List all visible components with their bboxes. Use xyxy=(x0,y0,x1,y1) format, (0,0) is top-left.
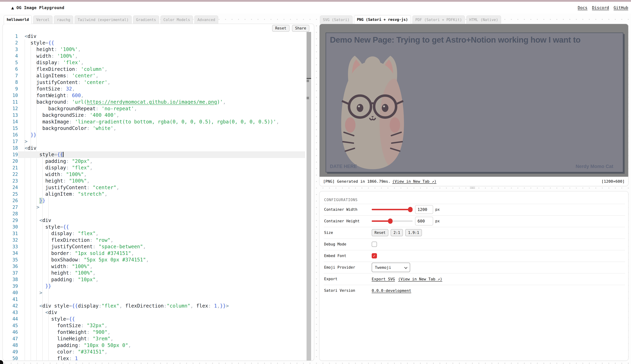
code-text: flexDirection: 'column', xyxy=(25,66,107,72)
tab-png-satori-resvg-js[interactable]: PNG (Satori + resvg-js) xyxy=(354,15,411,24)
header-link-docs[interactable]: Docs xyxy=(578,6,587,10)
code-line[interactable]: 41 xyxy=(3,296,314,303)
code-line[interactable]: 39 }} xyxy=(3,283,314,290)
line-number: 41 xyxy=(3,297,18,302)
configurations-panel: CONFIGURATIONS Container Width px Contai… xyxy=(319,191,628,361)
code-line[interactable]: 1<div xyxy=(3,33,314,40)
container-height-input[interactable] xyxy=(415,217,433,226)
size-button-2-1[interactable]: 2:1 xyxy=(391,229,403,236)
line-number: 29 xyxy=(3,218,18,223)
og-title: Demo New Page: Trying to get Astro+Notio… xyxy=(330,35,619,44)
code-line[interactable]: 35 boxShadow: "5px 5px 0px #374151", xyxy=(3,256,314,263)
editor-scrollbar[interactable] xyxy=(307,32,311,360)
view-in-new-tab-link[interactable]: (View in New Tab ↗) xyxy=(392,179,437,184)
code-line[interactable]: 49 color: "#374151", xyxy=(3,348,314,355)
code-line[interactable]: 24 justifyContent: "center", xyxy=(3,184,314,191)
code-line[interactable]: 37 height: "100%", xyxy=(3,270,314,276)
code-line[interactable]: 19 style={{ xyxy=(3,151,314,158)
code-line[interactable]: 8 justifyContent: 'center', xyxy=(3,79,314,86)
code-line[interactable]: 47 lineHeight: "3rem", xyxy=(3,336,314,342)
code-line[interactable]: 34 border: "1px solid #374151", xyxy=(3,250,314,257)
code-line[interactable]: 45 fontSize: "32px", xyxy=(3,322,314,329)
tab-pdf-satori-pdfkit[interactable]: PDF (Satori + PDFKit) xyxy=(412,16,465,24)
code-line[interactable]: 25 alignItem: "stretch", xyxy=(3,191,314,198)
tab-gradients[interactable]: Gradients xyxy=(133,16,159,24)
line-number: 17 xyxy=(3,139,18,144)
code-line[interactable]: 2 style={{ xyxy=(3,40,314,46)
code-line[interactable]: 9 fontSize: 32, xyxy=(3,86,314,92)
code-line[interactable]: 42 <div style={{display:"flex", flexDire… xyxy=(3,303,314,309)
container-height-slider[interactable] xyxy=(372,218,412,224)
code-line[interactable]: 16 }} xyxy=(3,132,314,138)
width-unit-label: px xyxy=(435,208,440,212)
code-line[interactable]: 14 maskImage: 'linear-gradient(to bottom… xyxy=(3,118,314,125)
code-line[interactable]: 30 style={{ xyxy=(3,224,314,230)
container-width-input[interactable] xyxy=(415,205,433,214)
code-line[interactable]: 32 flexDirection: "row", xyxy=(3,237,314,244)
code-line[interactable]: 21 display: "flex", xyxy=(3,164,314,171)
code-line[interactable]: 40 > xyxy=(3,290,314,296)
reset-button[interactable]: Reset xyxy=(272,25,290,32)
header-link-discord[interactable]: Discord xyxy=(592,6,609,10)
tab-svg-satori[interactable]: SVG (Satori) xyxy=(320,16,353,24)
code-line[interactable]: 10 fontWeight: 600, xyxy=(3,92,314,99)
code-line[interactable]: 43 <div xyxy=(3,309,314,316)
export-svg-link[interactable]: Export SVG xyxy=(372,277,395,281)
code-line[interactable]: 50 flex: 1 xyxy=(3,355,314,361)
emoji-provider-select[interactable]: Twemoji xyxy=(372,263,410,272)
code-line[interactable]: 38 padding: "10px", xyxy=(3,276,314,283)
code-text: lineHeight: "3rem", xyxy=(25,336,113,342)
code-line[interactable]: 5 display: 'flex', xyxy=(3,59,314,66)
export-view-in-new-tab-link[interactable]: (View in New Tab ↗) xyxy=(398,277,442,281)
code-line[interactable]: 28 xyxy=(3,210,314,217)
size-button-1-9-1[interactable]: 1.9:1 xyxy=(405,229,422,236)
code-line[interactable]: 48 padding: "10px 0 50px 0", xyxy=(3,342,314,349)
code-line[interactable]: 15 backgroundColor: 'white', xyxy=(3,125,314,132)
code-line[interactable]: 6 flexDirection: 'column', xyxy=(3,66,314,72)
line-number: 7 xyxy=(3,73,18,78)
code-line[interactable]: 3 height: '100%', xyxy=(3,46,314,53)
code-area[interactable]: 1<div2 style={{3 height: '100%',4 width:… xyxy=(3,33,314,361)
code-line[interactable]: 23 height: "100%", xyxy=(3,178,314,184)
code-line[interactable]: 22 width: "100%", xyxy=(3,171,314,178)
code-line[interactable]: 26 }} xyxy=(3,198,314,204)
panel-resize-handle[interactable] xyxy=(470,187,475,189)
code-line[interactable]: 17> xyxy=(3,138,314,145)
satori-version-link[interactable]: 0.0.0-development xyxy=(372,288,411,293)
tab-tailwind-experimental[interactable]: Tailwind (experimental) xyxy=(75,16,132,24)
scrollbar-thumb[interactable] xyxy=(307,32,311,78)
tab-color-models[interactable]: Color Models xyxy=(160,16,193,24)
tab-rauchg[interactable]: rauchg xyxy=(54,16,73,24)
code-line[interactable]: 29 <div xyxy=(3,217,314,224)
code-line[interactable]: 12 backgroundRepeat: 'no-repeat', xyxy=(3,106,314,112)
code-line[interactable]: 4 width: '100%', xyxy=(3,53,314,60)
code-text: backgroundColor: 'white', xyxy=(25,125,116,132)
header-link-github[interactable]: GitHub xyxy=(614,6,628,10)
slider-thumb[interactable] xyxy=(388,218,392,224)
container-width-slider[interactable] xyxy=(372,206,412,212)
tab-html-native[interactable]: HTML (Native) xyxy=(466,16,501,24)
embed-font-label: Embed Font xyxy=(324,254,346,258)
code-line[interactable]: 11 background: 'url(https://nerdymomocat… xyxy=(3,99,314,106)
code-line[interactable]: 46 fontWeight: "900", xyxy=(3,329,314,336)
tab-helloworld[interactable]: helloworld xyxy=(4,15,32,24)
code-line[interactable]: 20 padding: "20px", xyxy=(3,158,314,165)
code-line[interactable]: 33 justifyContent: "space-between", xyxy=(3,243,314,250)
tab-vercel[interactable]: Vercel xyxy=(33,16,53,24)
code-line[interactable]: 27 > xyxy=(3,204,314,210)
size-button-reset[interactable]: Reset xyxy=(372,229,388,236)
emoji-provider-label: Emoji Provider xyxy=(324,265,355,270)
tab-advanced[interactable]: Advanced xyxy=(194,16,218,24)
debug-mode-checkbox[interactable] xyxy=(372,242,377,247)
code-line[interactable]: 31 display: "flex", xyxy=(3,230,314,237)
code-line[interactable]: 44 style={{ xyxy=(3,316,314,322)
code-line[interactable]: 36 width: "100%", xyxy=(3,263,314,270)
code-line[interactable]: 18<div xyxy=(3,145,314,152)
code-line[interactable]: 7 alignItems: 'center', xyxy=(3,72,314,79)
share-button[interactable]: Share xyxy=(292,25,309,32)
chevron-down-icon xyxy=(404,266,407,269)
line-number: 2 xyxy=(3,40,18,46)
embed-font-checkbox[interactable] xyxy=(372,253,377,258)
slider-thumb[interactable] xyxy=(408,207,412,212)
code-line[interactable]: 13 backgroundSize: '400 400', xyxy=(3,112,314,118)
